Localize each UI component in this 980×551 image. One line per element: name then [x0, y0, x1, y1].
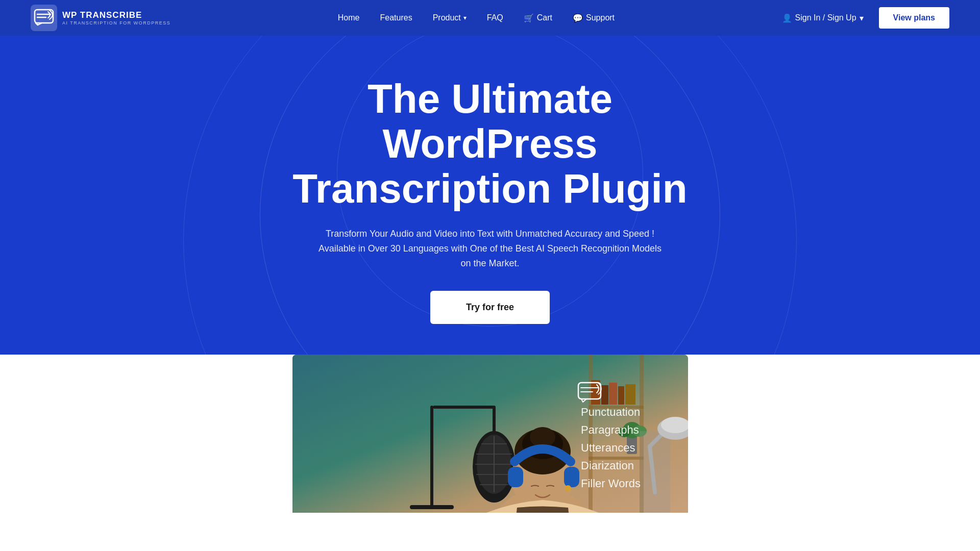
svg-rect-24	[410, 505, 454, 509]
nav-support[interactable]: 💬 Support	[573, 13, 615, 23]
svg-rect-43	[564, 467, 579, 487]
logo-icon	[31, 5, 57, 31]
svg-text:Paragraphs: Paragraphs	[581, 423, 639, 436]
svg-rect-42	[508, 467, 523, 487]
logo[interactable]: WP TRANSCRIBE AI TRANSCRIPTION FOR WORDP…	[31, 5, 170, 31]
hero-subtitle: Transform Your Audio and Video into Text…	[316, 227, 664, 270]
logo-name: WP TRANSCRIBE	[62, 10, 170, 20]
nav-faq[interactable]: FAQ	[487, 13, 503, 22]
nav-features[interactable]: Features	[380, 13, 412, 22]
logo-sub: AI TRANSCRIPTION FOR WORDPRESS	[62, 20, 170, 26]
svg-rect-23	[430, 406, 433, 508]
svg-rect-10	[601, 385, 608, 405]
navbar: WP TRANSCRIBE AI TRANSCRIPTION FOR WORDP…	[0, 0, 980, 36]
nav-cart[interactable]: 🛒 Cart	[524, 13, 552, 23]
signin-chevron-icon: ▾	[860, 13, 864, 23]
product-chevron-icon: ▾	[463, 14, 467, 21]
svg-rect-11	[609, 383, 617, 405]
nav-signin[interactable]: 👤 Sign In / Sign Up ▾	[782, 13, 864, 23]
view-plans-button[interactable]: View plans	[879, 7, 949, 29]
nav-right: 👤 Sign In / Sign Up ▾ View plans	[782, 7, 949, 29]
svg-point-44	[565, 485, 571, 491]
svg-rect-25	[433, 406, 494, 409]
nav-product[interactable]: Product ▾	[433, 13, 467, 22]
image-section: Punctuation Paragraphs Utterances Diariz…	[0, 355, 980, 513]
nav-home[interactable]: Home	[338, 13, 360, 22]
podcast-scene-svg: Punctuation Paragraphs Utterances Diariz…	[292, 355, 688, 513]
hero-title: The Ultimate WordPress Transcription Plu…	[260, 77, 720, 211]
try-free-button[interactable]: Try for free	[430, 291, 550, 324]
support-icon: 💬	[573, 13, 583, 23]
hero-image: Punctuation Paragraphs Utterances Diariz…	[292, 355, 688, 513]
hero-section: The Ultimate WordPress Transcription Plu…	[0, 36, 980, 355]
hero-content: The Ultimate WordPress Transcription Plu…	[31, 77, 949, 355]
nav-links: Home Features Product ▾ FAQ 🛒 Cart 💬 Sup…	[338, 13, 615, 23]
svg-text:Diarization: Diarization	[581, 459, 634, 472]
user-icon: 👤	[782, 13, 792, 23]
svg-rect-12	[618, 386, 624, 405]
cart-icon: 🛒	[524, 13, 534, 23]
svg-text:Filler Words: Filler Words	[581, 477, 641, 490]
svg-text:Punctuation: Punctuation	[581, 406, 640, 418]
svg-text:Utterances: Utterances	[581, 441, 635, 454]
svg-rect-13	[625, 384, 635, 405]
